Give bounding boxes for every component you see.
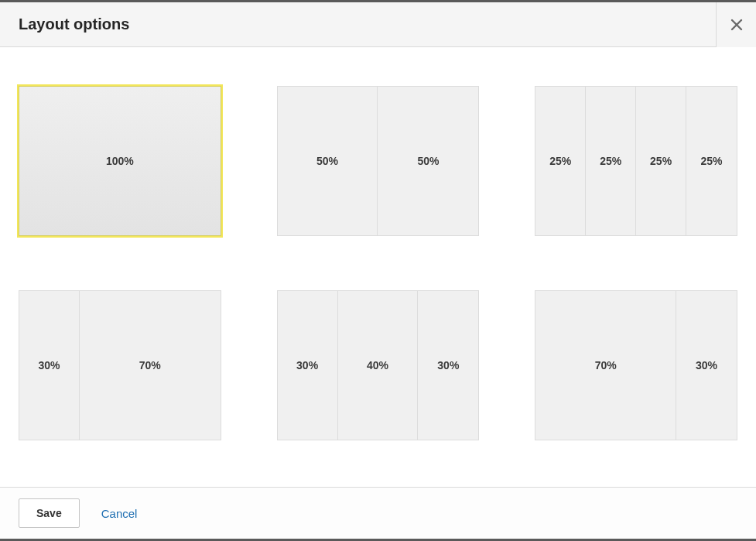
dialog-header: Layout options: [0, 2, 756, 47]
dialog-footer: Save Cancel: [0, 487, 756, 541]
close-button[interactable]: [716, 2, 756, 47]
layout-option-4-col-1: 40%: [338, 291, 419, 440]
layout-option-1[interactable]: 50%50%: [277, 86, 480, 236]
layout-option-5[interactable]: 70%30%: [535, 290, 737, 440]
dialog-body: 100%50%50%25%25%25%25%30%70%30%40%30%70%…: [0, 47, 756, 487]
layout-option-4[interactable]: 30%40%30%: [277, 290, 480, 440]
layout-option-2-col-0: 25%: [535, 87, 586, 235]
layout-option-1-col-1: 50%: [378, 87, 478, 235]
layout-grid: 100%50%50%25%25%25%25%30%70%30%40%30%70%…: [19, 86, 737, 440]
layout-option-0-col-0: 100%: [19, 87, 221, 235]
cancel-link[interactable]: Cancel: [101, 507, 138, 520]
layout-option-2[interactable]: 25%25%25%25%: [535, 86, 737, 236]
layout-options-dialog: Layout options 100%50%50%25%25%25%25%30%…: [0, 2, 756, 541]
layout-option-5-col-1: 30%: [676, 291, 737, 440]
layout-option-3[interactable]: 30%70%: [19, 290, 221, 440]
layout-option-2-col-2: 25%: [636, 87, 686, 235]
layout-option-3-col-0: 30%: [19, 291, 80, 440]
layout-option-0[interactable]: 100%: [19, 86, 221, 236]
layout-option-2-col-1: 25%: [586, 87, 636, 235]
dialog-title: Layout options: [19, 15, 129, 33]
layout-option-2-col-3: 25%: [686, 87, 737, 235]
layout-option-3-col-1: 70%: [80, 291, 221, 440]
save-button[interactable]: Save: [19, 498, 80, 528]
layout-option-1-col-0: 50%: [278, 87, 378, 235]
layout-option-4-col-0: 30%: [278, 291, 338, 440]
layout-option-5-col-0: 70%: [535, 291, 676, 440]
close-icon: [730, 19, 743, 31]
layout-option-4-col-2: 30%: [418, 291, 478, 440]
